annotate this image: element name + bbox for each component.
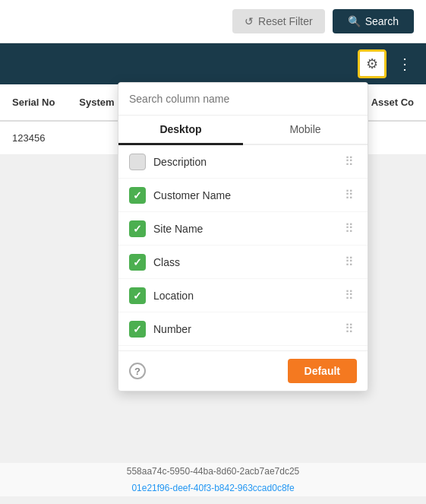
toolbar-row1: ↺ Reset Filter 🔍 Search [0,0,426,43]
checkbox-customer-name[interactable] [129,187,146,204]
drag-handle-number[interactable]: ⠿ [342,320,357,338]
list-item: Class ⠿ [118,246,368,279]
item-label-number: Number [153,323,334,335]
url-bar1: 558aa74c-5950-44ba-8d60-2acb7ae7dc25 [0,463,426,480]
checkbox-class[interactable] [129,254,146,271]
refresh-icon: ↺ [245,15,254,27]
panel-footer: ? Default [118,350,368,391]
item-label-customer-name: Customer Name [153,189,334,201]
dots-icon: ⋮ [397,55,412,72]
column-picker-panel: Desktop Mobile Description ⠿ Customer Na… [118,82,368,391]
col-header-serial-no: Serial No [0,92,67,113]
checkbox-site-name[interactable] [129,220,146,237]
item-label-class: Class [153,256,334,268]
tabs-row: Desktop Mobile [118,116,368,145]
cell-serial-no: 123456 [0,128,57,148]
search-label: Search [365,15,399,27]
drag-handle-customer-name[interactable]: ⠿ [342,186,357,204]
gear-button[interactable]: ⚙ [358,49,387,78]
list-item: Number ⠿ [118,312,368,346]
drag-handle-site-name[interactable]: ⠿ [342,220,357,237]
reset-filter-button[interactable]: ↺ Reset Filter [232,9,325,33]
drag-handle-location[interactable]: ⠿ [342,287,357,304]
toolbar-row2: ⚙ ⋮ [0,43,426,84]
more-options-button[interactable]: ⋮ [393,52,417,76]
list-item: Customer Name ⠿ [118,179,368,212]
search-button[interactable]: 🔍 Search [333,9,414,33]
list-item: Location ⠿ [118,279,368,312]
gear-icon: ⚙ [366,55,378,72]
url-bar2: 01e21f96-deef-40f3-b842-963ccad0c8fe [0,480,426,496]
drag-handle-class[interactable]: ⠿ [342,253,357,271]
list-item: Site Name ⠿ [118,212,368,246]
drag-handle-description[interactable]: ⠿ [342,153,357,170]
checkbox-location[interactable] [129,287,146,304]
search-column-input[interactable] [129,93,357,105]
checkbox-description[interactable] [129,154,146,170]
default-button[interactable]: Default [288,359,357,383]
item-label-site-name: Site Name [153,223,334,235]
item-label-description: Description [153,156,334,168]
search-icon: 🔍 [348,15,361,27]
column-items-list: Description ⠿ Customer Name ⠿ Site Name … [118,145,368,350]
tab-desktop[interactable]: Desktop [118,116,243,145]
col-header-asset-co: Asset Co [359,92,426,113]
item-label-location: Location [153,290,334,302]
reset-filter-label: Reset Filter [258,15,313,27]
tab-mobile[interactable]: Mobile [243,116,368,144]
search-input-wrap [118,83,368,116]
help-button[interactable]: ? [129,363,146,379]
checkbox-number[interactable] [129,321,146,338]
list-item: Description ⠿ [118,145,368,179]
